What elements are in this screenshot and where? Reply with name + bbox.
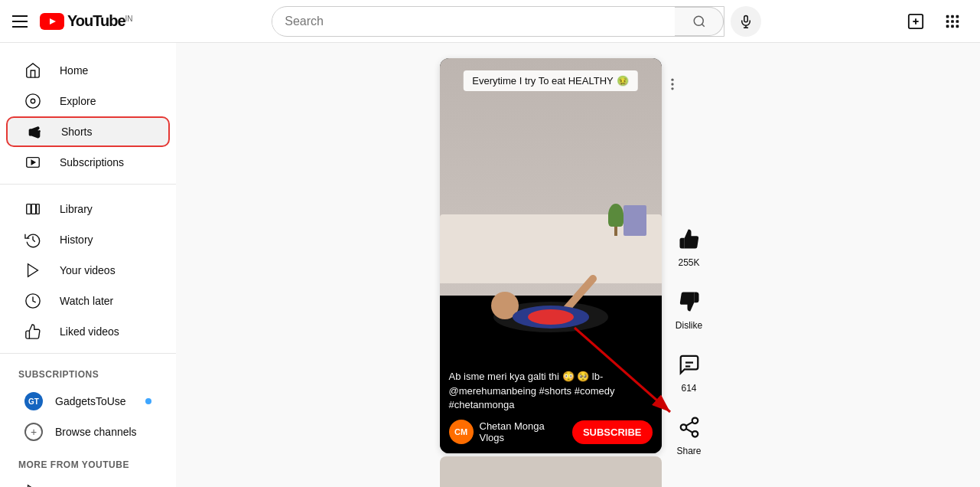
video-bottom: Ab isme meri kya galti thi 😳 🥺 lb- @mere… — [440, 361, 662, 453]
search-button[interactable] — [675, 7, 724, 36]
sidebar-item-library-label: Library — [60, 203, 93, 215]
mic-button[interactable] — [731, 6, 761, 37]
shorts-container: Everytime I try To eat HEALTHY 🤢 Ab isme… — [440, 58, 662, 487]
channel-name: Chetan Monga Vlogs — [480, 420, 566, 443]
sidebar-item-your-videos[interactable]: Your videos — [6, 255, 170, 286]
sidebar-item-shorts-label: Shorts — [61, 126, 92, 138]
dislike-icon — [674, 286, 705, 317]
premium-icon — [24, 483, 41, 487]
svg-rect-18 — [956, 25, 959, 28]
search-icon — [692, 15, 706, 28]
svg-rect-11 — [951, 15, 954, 18]
subscription-gadgetstouse-label: GadgetsToUse — [55, 395, 133, 407]
sidebar-item-youtube-premium[interactable]: YouTube Premium — [6, 476, 170, 487]
sidebar-item-library[interactable]: Library — [6, 194, 170, 224]
decorative-item — [623, 205, 646, 236]
like-icon — [674, 224, 705, 254]
header-left: YouTubeIN — [12, 12, 133, 30]
second-video-preview[interactable] — [440, 456, 662, 487]
svg-rect-13 — [946, 20, 949, 23]
sidebar-item-shorts[interactable]: Shorts — [6, 116, 170, 147]
video-channel-row: CM Chetan Monga Vlogs SUBSCRIBE — [449, 420, 653, 444]
share-label: Share — [676, 446, 701, 456]
svg-line-3 — [702, 24, 704, 26]
youtube-logo-icon — [40, 13, 64, 30]
library-icon — [24, 201, 41, 217]
browse-channels-icon: + — [24, 423, 43, 441]
sidebar-item-explore[interactable]: Explore — [6, 86, 170, 116]
svg-point-36 — [671, 87, 673, 90]
home-icon — [24, 62, 41, 79]
sidebar-item-subscriptions[interactable]: Subscriptions — [6, 147, 170, 178]
shorts-video-card[interactable]: Everytime I try To eat HEALTHY 🤢 Ab isme… — [440, 58, 662, 453]
svg-point-39 — [692, 418, 698, 424]
main-content: Everytime I try To eat HEALTHY 🤢 Ab isme… — [176, 43, 980, 487]
like-count: 255K — [678, 257, 699, 268]
svg-rect-17 — [951, 25, 954, 28]
plant — [608, 204, 623, 236]
channel-avatar: CM — [449, 420, 474, 444]
subscriptions-section-title: SUBSCRIPTIONS — [0, 357, 176, 386]
sidebar-item-liked-videos-label: Liked videos — [60, 325, 119, 338]
comments-button[interactable]: 614 — [674, 349, 705, 394]
search-bar — [272, 6, 724, 37]
sidebar: Home Explore Shorts Subscriptions Lib — [0, 43, 176, 487]
logo[interactable]: YouTubeIN — [40, 12, 133, 30]
person-figure — [482, 263, 620, 343]
svg-rect-15 — [956, 20, 959, 23]
sidebar-item-liked-videos[interactable]: Liked videos — [6, 316, 170, 347]
like-button[interactable]: 255K — [674, 224, 705, 268]
share-button[interactable]: Share — [674, 412, 705, 456]
svg-point-20 — [31, 99, 35, 103]
browse-channels-item[interactable]: + Browse channels — [6, 417, 170, 447]
more-options-button[interactable] — [662, 74, 683, 98]
gadgetstouse-avatar: GT — [24, 392, 43, 410]
comment-count: 614 — [681, 383, 696, 394]
create-button[interactable] — [900, 6, 931, 37]
browse-channels-label: Browse channels — [55, 426, 151, 438]
svg-rect-10 — [946, 15, 949, 18]
svg-point-41 — [692, 431, 698, 437]
svg-point-19 — [26, 94, 40, 108]
sidebar-main-section: Home Explore Shorts Subscriptions — [0, 49, 176, 185]
dislike-button[interactable]: Dislike — [674, 286, 705, 331]
person-svg — [482, 263, 620, 340]
share-icon — [674, 412, 705, 443]
svg-point-2 — [694, 16, 703, 25]
svg-point-35 — [671, 83, 673, 85]
liked-videos-icon — [24, 323, 41, 340]
sidebar-subscriptions-section: SUBSCRIPTIONS GT GadgetsToUse + Browse c… — [0, 357, 176, 447]
dislike-label: Dislike — [676, 320, 702, 331]
apps-button[interactable] — [937, 6, 968, 37]
video-top-text: Everytime I try To eat HEALTHY 🤢 — [463, 70, 637, 91]
shorts-icon — [26, 123, 43, 140]
content-area: Everytime I try To eat HEALTHY 🤢 Ab isme… — [440, 43, 717, 487]
sidebar-item-your-videos-label: Your videos — [60, 264, 116, 276]
search-input[interactable] — [272, 8, 675, 34]
svg-rect-24 — [31, 204, 36, 214]
mic-icon — [739, 15, 753, 28]
subscribe-button[interactable]: SUBSCRIBE — [572, 420, 653, 444]
video-actions-panel: 255K Dislike — [662, 211, 717, 469]
video-description: Ab isme meri kya galti thi 😳 🥺 lb- @mere… — [449, 370, 653, 412]
create-icon — [907, 13, 924, 30]
svg-rect-12 — [956, 15, 959, 18]
menu-button[interactable] — [12, 15, 28, 28]
sidebar-item-history[interactable]: History — [6, 224, 170, 255]
subscription-item-gadgetstouse[interactable]: GT GadgetsToUse — [6, 386, 170, 417]
sidebar-item-watch-later-label: Watch later — [60, 295, 113, 307]
your-videos-icon — [24, 262, 41, 279]
svg-rect-14 — [951, 20, 954, 23]
svg-point-40 — [680, 424, 686, 430]
sidebar-item-home[interactable]: Home — [6, 55, 170, 86]
apps-icon — [944, 13, 961, 30]
sidebar-item-watch-later[interactable]: Watch later — [6, 286, 170, 316]
share-container: Share — [674, 412, 705, 456]
sidebar-item-history-label: History — [60, 234, 93, 246]
svg-line-42 — [685, 429, 692, 433]
subscription-notification-dot — [145, 398, 151, 404]
comments-icon — [674, 349, 705, 380]
sidebar-item-explore-label: Explore — [60, 95, 96, 107]
svg-rect-4 — [744, 15, 748, 21]
more-section-title: MORE FROM YOUTUBE — [0, 447, 176, 476]
